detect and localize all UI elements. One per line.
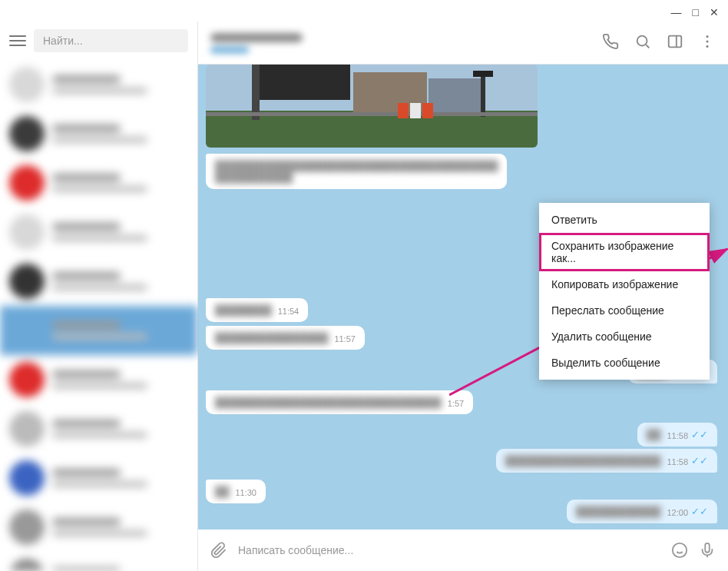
svg-rect-12 [252, 65, 260, 120]
svg-point-4 [706, 45, 708, 47]
emoji-icon[interactable] [671, 542, 688, 559]
search-input[interactable]: Найти... [34, 29, 188, 52]
window-controls: — □ ✕ [671, 6, 719, 18]
message-list[interactable]: ████████████████████████████████████████… [198, 65, 728, 530]
context-menu-item[interactable]: Переслать сообщение [539, 297, 710, 324]
svg-rect-15 [410, 103, 421, 118]
message-time: 11:58 [667, 431, 688, 440]
call-icon[interactable] [602, 33, 619, 53]
message-time: 12:00 [667, 508, 688, 517]
context-menu-item[interactable]: Выделить сообщение [539, 350, 710, 376]
minimize-button[interactable]: — [671, 6, 682, 18]
chat-pane: ████████████████████████████████████████… [198, 22, 728, 571]
chat-list-item[interactable] [0, 453, 197, 503]
chat-list-item[interactable] [0, 109, 197, 158]
chat-title[interactable] [210, 33, 587, 53]
svg-point-3 [706, 40, 708, 42]
image-message[interactable] [206, 65, 538, 148]
chat-list[interactable] [0, 60, 197, 571]
svg-point-2 [706, 35, 708, 38]
sidepanel-icon[interactable] [667, 33, 683, 53]
sidebar: Найти... [0, 22, 198, 571]
message-in[interactable]: ████████11:54 [206, 298, 308, 322]
chat-list-item[interactable] [0, 257, 197, 306]
maximize-button[interactable]: □ [693, 6, 699, 18]
context-menu-item[interactable]: Копировать изображение [539, 271, 710, 297]
more-icon[interactable] [699, 33, 716, 53]
chat-list-item[interactable] [0, 158, 197, 207]
message-in[interactable]: ████████████████11:57 [206, 326, 365, 350]
read-ticks-icon: ✓✓ [691, 455, 708, 466]
context-menu-item[interactable]: Сохранить изображение как... [539, 233, 710, 271]
svg-rect-1 [669, 35, 682, 47]
message-time: 1:57 [448, 399, 464, 408]
svg-rect-13 [206, 112, 538, 116]
svg-rect-10 [481, 71, 485, 117]
message-out[interactable]: ██████████████████████11:58✓✓ [496, 449, 717, 473]
chat-list-item[interactable] [0, 60, 197, 109]
chat-list-item[interactable] [0, 306, 197, 355]
message-in[interactable]: ████████████████████████████████1:57 [206, 390, 473, 414]
message-time: 11:30 [235, 488, 256, 497]
chat-list-item[interactable] [0, 207, 197, 257]
close-button[interactable]: ✕ [710, 6, 719, 18]
message-out[interactable]: ██11:58✓✓ [637, 423, 717, 447]
search-icon[interactable] [634, 33, 651, 53]
chat-list-item[interactable] [0, 404, 197, 453]
chat-list-item[interactable] [0, 552, 197, 571]
read-ticks-icon: ✓✓ [691, 429, 708, 440]
chat-list-item[interactable] [0, 355, 197, 404]
message-in[interactable]: ████████████████████████████████████████… [206, 154, 507, 189]
message-input[interactable]: Написать сообщение... [238, 544, 660, 556]
svg-rect-16 [422, 103, 433, 118]
message-in[interactable]: ██11:30 [206, 480, 266, 503]
svg-point-18 [673, 543, 687, 557]
menu-icon[interactable] [9, 32, 26, 49]
chat-header [198, 22, 728, 65]
attach-icon[interactable] [210, 542, 227, 559]
svg-rect-7 [260, 65, 350, 100]
message-time: 11:54 [278, 307, 299, 316]
context-menu: ОтветитьСохранить изображение как...Копи… [539, 203, 710, 380]
context-menu-item[interactable]: Удалить сообщение [539, 324, 710, 350]
svg-rect-11 [473, 71, 493, 77]
message-out[interactable]: ████████████12:00✓✓ [567, 500, 717, 523]
chat-list-item[interactable] [0, 503, 197, 552]
mic-icon[interactable] [699, 542, 716, 559]
read-ticks-icon: ✓✓ [691, 506, 708, 517]
svg-rect-14 [398, 103, 409, 118]
message-composer: Написать сообщение... [198, 530, 728, 571]
svg-point-0 [637, 35, 647, 45]
message-time: 11:57 [334, 334, 356, 344]
message-time: 11:58 [667, 457, 688, 466]
svg-rect-9 [429, 78, 481, 112]
context-menu-item[interactable]: Ответить [539, 207, 710, 233]
